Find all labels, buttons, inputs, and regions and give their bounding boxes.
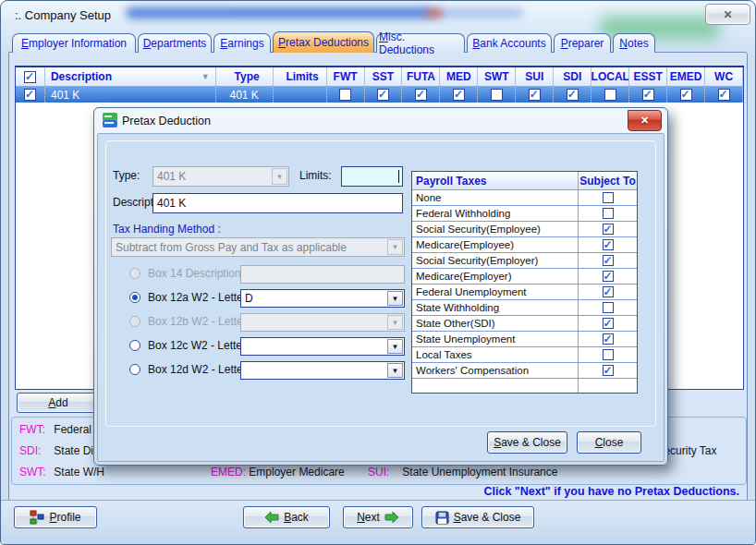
row-flag-cell [591,87,629,103]
row-flag-cell [402,87,440,103]
tab-employer-information[interactable]: Employer Information [12,33,136,53]
letter-designation-combo[interactable]: ▼ [240,337,405,356]
text-caret [398,170,399,183]
payroll-taxes-table: Payroll TaxesSubject ToNoneFederal Withh… [411,171,638,394]
dialog-close-button-bottom[interactable]: Close [577,431,641,454]
grid-header-local[interactable]: LOCAL [591,67,629,86]
tab-misc-deductions[interactable]: Misc. Deductions [376,33,465,53]
description-input[interactable]: 401 K [152,193,403,213]
grid-header-futa[interactable]: FUTA [402,67,440,86]
tax-name: Workers' Compensation [412,363,579,378]
letter-designation-combo: ▼ [240,313,405,332]
radio-box-12d-w2-letter-designation[interactable] [129,364,140,375]
tab-label: Preparer [561,37,604,50]
flag-checkbox-futa[interactable] [415,89,427,101]
back-button[interactable]: Back [243,506,330,528]
subject-to-checkbox[interactable] [603,302,614,313]
flag-checkbox-emed[interactable] [680,89,692,101]
payroll-tax-row: Social Security(Employer) [412,253,637,269]
letter-designation-combo[interactable]: D▼ [240,289,405,308]
radio-box-12b-w2-letter-designation [129,316,140,327]
save-and-close-button[interactable]: Save & Close [421,506,534,528]
select-all-checkbox[interactable] [24,71,36,83]
grid-header-wc[interactable]: WC [705,67,743,86]
grid-header-swt[interactable]: SWT [478,67,516,86]
column-label: Description [51,70,112,83]
letter-designation-combo[interactable]: ▼ [240,361,405,380]
tab-departments[interactable]: Departments [138,33,212,53]
payroll-tax-row: None [412,190,637,206]
radio-box-14-description [129,268,140,279]
tax-subject-cell [579,269,637,284]
empty-row [412,379,637,393]
flag-checkbox-wc[interactable] [718,89,730,101]
row-flag-cell [440,87,478,103]
subject-to-checkbox[interactable] [603,365,614,376]
subject-to-checkbox[interactable] [603,192,614,203]
flag-checkbox-sst[interactable] [377,89,389,101]
subject-to-checkbox[interactable] [603,286,614,297]
tab-bank-accounts[interactable]: Bank Accounts [467,33,552,53]
grid-header-emed[interactable]: EMED [667,67,705,86]
tax-name: Federal Withholding [412,206,579,221]
grid-header-limits[interactable]: Limits [274,67,327,86]
tab-pretax-deductions[interactable]: Pretax Deductions [273,31,374,53]
tax-subject-cell [579,237,637,252]
flag-checkbox-sui[interactable] [529,89,541,101]
window-close-button[interactable]: ✕ [705,4,750,25]
tab-label: Earnings [220,37,263,50]
subject-to-checkbox[interactable] [603,255,614,266]
limits-input[interactable] [341,166,403,187]
grid-header-sst[interactable]: SST [365,67,403,86]
tax-handling-method-label: Tax Handing Method : [113,223,221,236]
radio-box-12a-w2-letter-designation[interactable] [129,292,140,303]
tax-handling-method-combo: Subtract from Gross Pay and Tax as appli… [111,237,405,257]
row-select-cell [16,87,45,103]
next-button[interactable]: Next [343,506,413,528]
flag-checkbox-sdi[interactable] [567,89,579,101]
grid-header-type[interactable]: Type [216,67,274,86]
tab-earnings[interactable]: Earnings [213,33,271,53]
legend-abbr: SUI: [368,466,399,478]
flag-checkbox-esst[interactable] [642,89,654,101]
subject-to-checkbox[interactable] [603,239,614,250]
profile-button[interactable]: Profile [14,506,97,528]
tax-subject-cell [579,253,637,268]
grid-row-401k[interactable]: 401 K401 K [16,87,743,103]
radio-box-12c-w2-letter-designation[interactable] [129,340,140,351]
row-limits-cell [274,87,327,103]
chevron-down-icon: ▼ [387,339,403,354]
legend-entry: EMED: Employer Medicare [211,466,345,478]
grid-header-med[interactable]: MED [440,67,478,86]
tab-notes[interactable]: Notes [613,33,655,53]
tab-preparer[interactable]: Preparer [554,33,611,53]
chevron-down-icon: ▼ [272,168,287,185]
subject-to-checkbox[interactable] [603,271,614,282]
row-flag-cell [705,87,743,103]
tab-label: Departments [143,37,207,50]
sort-arrow-icon[interactable]: ▼ [201,72,210,81]
flag-checkbox-swt[interactable] [491,89,503,101]
row-flag-cell [629,87,667,103]
tab-label: Bank Accounts [472,37,545,50]
subject-to-checkbox[interactable] [603,318,614,329]
subject-to-checkbox[interactable] [603,224,614,235]
add-button[interactable]: Add [17,393,100,413]
dialog-save-and-close-button[interactable]: Save & Close [487,431,567,454]
subject-to-checkbox[interactable] [603,349,614,360]
grid-header-fwt[interactable]: FWT [327,67,365,86]
title-bar: :. Company Setup ✕ [1,1,755,29]
flag-checkbox-local[interactable] [604,89,616,101]
grid-header-sui[interactable]: SUI [516,67,554,86]
grid-header-sdi[interactable]: SDI [554,67,591,86]
subject-to-checkbox[interactable] [603,208,614,219]
dialog-close-button[interactable]: ✕ [628,110,662,131]
grid-header-esst[interactable]: ESST [629,67,667,86]
grid-header-description[interactable]: Description▼ [45,67,216,86]
flag-checkbox-fwt[interactable] [339,89,351,101]
chevron-down-icon: ▼ [387,315,403,330]
flag-checkbox-med[interactable] [453,89,465,101]
grid-header-select-cell [16,67,45,86]
row-checkbox[interactable] [24,89,36,101]
subject-to-checkbox[interactable] [603,333,614,345]
